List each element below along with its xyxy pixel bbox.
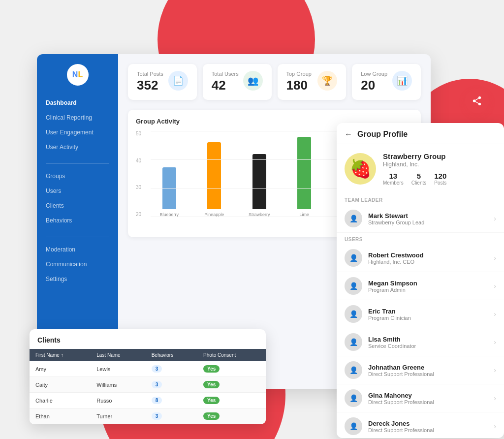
- gp-group-org: Highland, Inc.: [383, 161, 496, 168]
- gp-team-leader-avatar: 👤: [345, 210, 362, 227]
- gp-user-row-6[interactable]: 👤Dereck JonesDirect Support Professional…: [337, 412, 504, 438]
- sidebar-nav-primary: Dashboard Clinical Reporting User Engage…: [37, 95, 118, 155]
- gp-user-row-0[interactable]: 👤Robert CrestwoodHighland, Inc. CEO›: [337, 244, 504, 272]
- gp-header: ← Group Profile: [337, 123, 504, 144]
- sidebar-divider-2: [46, 237, 109, 237]
- gp-user-avatar-2: 👤: [345, 305, 362, 323]
- gp-user-name-1: Megan Simpson: [368, 280, 488, 287]
- client-behaviors-3: 3: [146, 408, 197, 424]
- sidebar-item-engagement[interactable]: User Engagement: [37, 125, 118, 140]
- client-consent-2: Yes: [197, 393, 266, 408]
- sidebar-item-communication[interactable]: Communication: [37, 257, 118, 272]
- gp-user-info-2: Eric TranProgram Clinician: [368, 308, 488, 321]
- y-label-20: 20: [136, 212, 143, 217]
- sidebar-item-groups[interactable]: Groups: [37, 169, 118, 184]
- sidebar-item-clients[interactable]: Clients: [37, 198, 118, 213]
- client-row-2[interactable]: CharlieRusso8Yes: [30, 393, 266, 408]
- gp-group-details: Strawberry Group Highland, Inc. 13 Membe…: [383, 152, 496, 186]
- chart-bar-label-3: Lime: [299, 212, 309, 217]
- sidebar-nav-tertiary: Moderation Communication Settings: [37, 242, 118, 286]
- gp-user-role-0: Highland, Inc. CEO: [368, 259, 488, 265]
- y-label-30: 30: [136, 185, 143, 190]
- gp-user-chevron-1: ›: [494, 282, 496, 290]
- chart-y-labels: 50 40 30 20: [136, 131, 143, 217]
- gp-back-button[interactable]: ←: [345, 130, 352, 139]
- gp-user-row-2[interactable]: 👤Eric TranProgram Clinician›: [337, 300, 504, 328]
- gp-user-info-4: Johnathan GreeneDirect Support Professio…: [368, 364, 488, 377]
- client-row-0[interactable]: AmyLewis3Yes: [30, 361, 266, 377]
- client-lastname-3: Turner: [91, 408, 145, 424]
- stats-row: Total Posts 352 📄 Total Users 42 👥: [128, 64, 421, 100]
- client-consent-0: Yes: [197, 361, 266, 377]
- gp-user-name-2: Eric Tran: [368, 308, 488, 315]
- chart-bar-lime[interactable]: [297, 137, 311, 209]
- sidebar-item-activity[interactable]: User Activity: [37, 140, 118, 155]
- gp-users-label: USERS: [337, 233, 504, 244]
- gp-title: Group Profile: [357, 130, 408, 139]
- gp-user-info-1: Megan SimpsonProgram Admin: [368, 280, 488, 293]
- chart-bar-group-blueberry: Blueberry: [151, 131, 188, 217]
- gp-user-avatar-0: 👤: [345, 249, 362, 267]
- posts-icon: 📄: [168, 71, 188, 91]
- share-button[interactable]: [465, 89, 489, 113]
- stat-card-posts: Total Posts 352 📄: [128, 64, 197, 100]
- gp-user-avatar-6: 👤: [345, 417, 362, 435]
- client-behaviors-0: 3: [146, 361, 197, 377]
- client-behaviors-2: 8: [146, 393, 197, 408]
- gp-clients-label: Clients: [411, 180, 427, 186]
- gp-user-name-5: Gina Mahoney: [368, 392, 488, 399]
- sidebar-divider-1: [46, 163, 109, 164]
- gp-group-avatar: 🍓: [345, 153, 376, 185]
- client-lastname-2: Russo: [91, 393, 145, 408]
- gp-group-info: 🍓 Strawberry Group Highland, Inc. 13 Mem…: [337, 144, 504, 193]
- gp-user-avatar-1: 👤: [345, 277, 362, 295]
- client-lastname-0: Lewis: [91, 361, 145, 377]
- gp-user-role-6: Direct Support Professional: [368, 427, 488, 433]
- gp-user-row-4[interactable]: 👤Johnathan GreeneDirect Support Professi…: [337, 356, 504, 384]
- gp-user-row-5[interactable]: 👤Gina MahoneyDirect Support Professional…: [337, 384, 504, 412]
- gp-user-name-6: Dereck Jones: [368, 420, 488, 427]
- gp-user-info-0: Robert CrestwoodHighland, Inc. CEO: [368, 251, 488, 265]
- gp-user-role-3: Service Coordinator: [368, 343, 488, 349]
- stat-value-posts: 352: [137, 78, 163, 93]
- client-row-3[interactable]: EthanTurner3Yes: [30, 408, 266, 424]
- sidebar-item-clinical[interactable]: Clinical Reporting: [37, 110, 118, 125]
- sidebar-item-dashboard[interactable]: Dashboard: [37, 95, 118, 110]
- col-firstname: First Name ↑: [30, 349, 91, 361]
- gp-user-row-3[interactable]: 👤Lisa SmithService Coordinator›: [337, 328, 504, 356]
- stat-value-top: 180: [286, 78, 312, 93]
- gp-user-chevron-0: ›: [494, 254, 496, 262]
- stat-label-top: Top Group: [286, 71, 312, 77]
- sidebar-item-moderation[interactable]: Moderation: [37, 242, 118, 257]
- gp-stat-posts: 120 Posts: [434, 172, 446, 186]
- gp-user-name-0: Robert Crestwood: [368, 251, 488, 259]
- chart-bar-blueberry[interactable]: [162, 167, 176, 209]
- sidebar-item-settings[interactable]: Settings: [37, 272, 118, 286]
- client-consent-3: Yes: [197, 408, 266, 424]
- gp-user-role-4: Direct Support Professional: [368, 371, 488, 377]
- sidebar-item-users[interactable]: Users: [37, 184, 118, 198]
- stat-value-users: 42: [212, 78, 239, 93]
- share-icon: [472, 95, 482, 106]
- clients-title: Clients: [30, 329, 266, 349]
- gp-stat-members: 13 Members: [383, 172, 404, 186]
- clients-table-header-row: First Name ↑ Last Name Behaviors Photo C…: [30, 349, 266, 361]
- logo: NL: [67, 64, 89, 86]
- top-group-icon: 🏆: [317, 71, 337, 91]
- gp-team-leader-chevron: ›: [494, 215, 496, 222]
- gp-team-leader-row[interactable]: 👤 Mark Stewart Strawberry Group Lead ›: [337, 205, 504, 233]
- client-row-1[interactable]: CaityWilliams3Yes: [30, 377, 266, 393]
- gp-user-name-4: Johnathan Greene: [368, 364, 488, 371]
- gp-user-chevron-6: ›: [494, 422, 496, 430]
- gp-user-info-6: Dereck JonesDirect Support Professional: [368, 420, 488, 433]
- client-lastname-1: Williams: [91, 377, 145, 393]
- sidebar-item-behaviors[interactable]: Behaviors: [37, 213, 118, 228]
- low-group-icon: 📊: [392, 71, 412, 91]
- gp-members-label: Members: [383, 180, 404, 186]
- gp-stat-clients: 5 Clients: [411, 172, 427, 186]
- stat-label-users: Total Users: [212, 71, 239, 77]
- chart-bar-pineapple[interactable]: [207, 142, 221, 209]
- gp-user-row-1[interactable]: 👤Megan SimpsonProgram Admin›: [337, 272, 504, 300]
- stat-value-low: 20: [361, 78, 387, 93]
- chart-bar-strawberry[interactable]: [252, 154, 266, 209]
